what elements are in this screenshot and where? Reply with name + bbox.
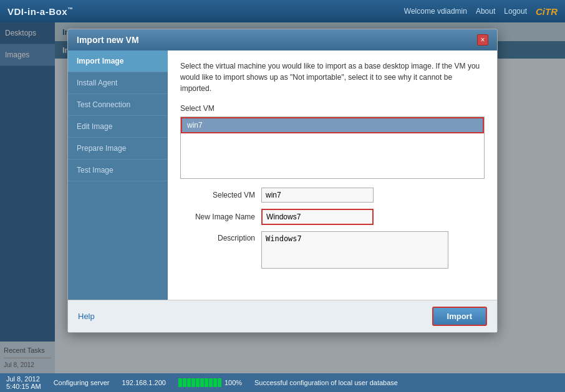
select-vm-label: Select VM [180, 104, 485, 113]
description-textarea[interactable]: Windows7 [261, 231, 448, 269]
wizard-step-test-connection[interactable]: Test Connection [68, 94, 168, 116]
progress-seg-4 [191, 378, 195, 387]
welcome-text: Welcome vdiadmin [404, 7, 467, 16]
vm-list-item-win7[interactable]: win7 [181, 117, 484, 133]
selected-vm-row: Selected VM [180, 188, 485, 203]
top-nav-bar: VDI-in-a-Box™ Welcome vdiadmin About Log… [0, 0, 565, 22]
progress-seg-1 [178, 378, 182, 387]
vm-listbox[interactable]: win7 [180, 117, 485, 179]
progress-bar: 100% [178, 378, 242, 387]
wizard-step-2-label: Test Connection [77, 100, 130, 109]
wizard-step-test-image[interactable]: Test Image [68, 160, 168, 181]
app-logo: VDI-in-a-Box™ [7, 6, 74, 17]
progress-seg-5 [196, 378, 200, 387]
description-row: Description Windows7 [180, 231, 485, 269]
status-time-text: 5:40:15 AM [6, 383, 41, 390]
progress-seg-3 [187, 378, 191, 387]
wizard-content: Select the virtual machine you would lik… [168, 50, 497, 300]
wizard-step-5-label: Test Image [77, 166, 113, 174]
import-vm-modal: Import new VM × Import Image Install Age… [67, 29, 498, 333]
wizard-step-1-label: Install Agent [77, 79, 117, 87]
progress-seg-10 [218, 378, 221, 387]
app-title: VDI-in-a-Box [7, 6, 67, 17]
app-title-sup: ™ [67, 6, 74, 12]
top-nav-right: Welcome vdiadmin About Logout CiTR [404, 6, 558, 17]
progress-seg-2 [183, 378, 186, 387]
wizard-step-install-agent[interactable]: Install Agent [68, 72, 168, 94]
new-image-name-input[interactable] [261, 209, 374, 225]
progress-seg-7 [205, 378, 208, 387]
new-image-name-row: New Image Name [180, 209, 485, 225]
status-text: Configuring server [54, 379, 110, 386]
progress-seg-9 [213, 378, 217, 387]
selected-vm-input[interactable] [261, 188, 374, 203]
status-date: Jul 8, 2012 5:40:15 AM [6, 375, 41, 390]
wizard-sidebar: Import Image Install Agent Test Connecti… [68, 50, 168, 300]
progress-seg-6 [200, 378, 204, 387]
modal-close-button[interactable]: × [477, 34, 488, 45]
progress-segments [178, 378, 221, 387]
modal-body: Import Image Install Agent Test Connecti… [68, 50, 497, 300]
status-ip: 192.168.1.200 [122, 379, 166, 386]
wizard-step-prepare-image[interactable]: Prepare Image [68, 138, 168, 160]
status-message: Successful configuration of local user d… [254, 379, 398, 386]
about-link[interactable]: About [476, 7, 495, 16]
selected-vm-form-label: Selected VM [180, 191, 261, 199]
wizard-step-import-image[interactable]: Import Image [68, 50, 168, 72]
status-date-text: Jul 8, 2012 [6, 375, 40, 383]
wizard-step-3-label: Edit Image [77, 122, 112, 131]
help-button[interactable]: Help [78, 312, 95, 321]
modal-header: Import new VM × [68, 29, 497, 50]
wizard-step-4-label: Prepare Image [77, 144, 126, 153]
wizard-step-0-label: Import Image [77, 57, 123, 65]
vm-item-win7-label: win7 [187, 121, 203, 130]
modal-footer: Help Import [68, 300, 497, 332]
logout-link[interactable]: Logout [504, 7, 527, 16]
import-button[interactable]: Import [432, 307, 487, 326]
status-bar: Jul 8, 2012 5:40:15 AM Configuring serve… [0, 373, 565, 392]
progress-pct: 100% [225, 379, 242, 386]
modal-overlay: Import new VM × Import Image Install Age… [0, 22, 565, 373]
wizard-description: Select the virtual machine you would lik… [180, 60, 485, 94]
description-form-label: Description [180, 234, 261, 242]
modal-title: Import new VM [77, 35, 139, 45]
new-image-name-form-label: New Image Name [180, 213, 261, 221]
citr-logo: CiTR [536, 6, 558, 17]
progress-seg-8 [209, 378, 213, 387]
wizard-step-edit-image[interactable]: Edit Image [68, 116, 168, 138]
